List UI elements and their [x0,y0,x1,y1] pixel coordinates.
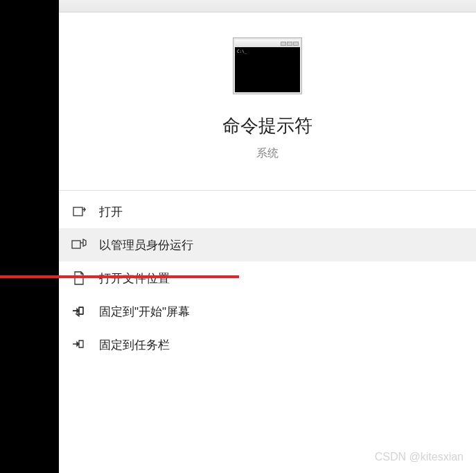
app-subtitle: 系统 [59,146,476,161]
thumb-titlebar [235,40,300,47]
menu-label: 以管理员身份运行 [99,237,193,253]
menu-label: 固定到任务栏 [99,337,170,353]
context-menu: 打开 以管理员身份运行 打开文件位置 [59,195,476,361]
window-top-bar [59,0,476,12]
menu-label: 固定到"开始"屏幕 [99,304,190,320]
svg-rect-0 [73,207,82,216]
thumb-close-icon [293,42,299,46]
open-icon [71,204,87,219]
app-thumbnail-wrap: C:\_ [59,37,476,94]
thumb-prompt-text: C:\_ [237,49,247,53]
menu-item-pin-start[interactable]: 固定到"开始"屏幕 [59,295,476,328]
main-panel: C:\_ 命令提示符 系统 打开 以管理员身份运 [59,12,476,473]
section-divider [59,190,476,191]
thumb-max-icon [287,42,292,46]
svg-rect-1 [72,241,80,248]
pin-taskbar-icon [71,337,87,352]
menu-item-pin-taskbar[interactable]: 固定到任务栏 [59,328,476,361]
annotation-underline [0,275,239,278]
left-black-panel [0,0,59,473]
watermark-text: CSDN @kitesxian [375,451,464,463]
menu-item-open[interactable]: 打开 [59,195,476,228]
thumb-min-icon [281,42,286,46]
cmd-thumbnail-icon[interactable]: C:\_ [233,37,302,94]
app-title: 命令提示符 [59,114,476,138]
run-admin-icon [71,237,87,252]
pin-start-icon [71,304,87,319]
menu-item-file-location[interactable]: 打开文件位置 [59,261,476,295]
menu-label: 打开 [99,204,123,220]
thumb-console-area: C:\_ [235,47,300,92]
menu-item-run-as-admin[interactable]: 以管理员身份运行 [59,228,476,261]
menu-label: 打开文件位置 [99,270,170,286]
file-location-icon [71,270,87,286]
